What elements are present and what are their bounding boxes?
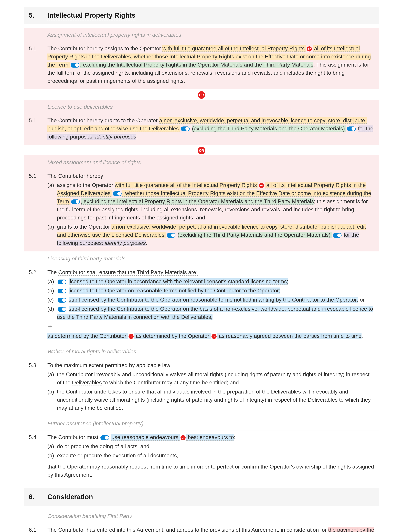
clause-5.2-d: (d) sub-licensed by the Contributor to t… [47,305,374,321]
toggle-option[interactable] [71,63,79,68]
exclusion-phrase[interactable]: (excluding the Third Party Materials and… [178,232,332,238]
toggle-option[interactable] [57,289,66,293]
exclusion-phrase[interactable]: , excluding the Intellectual Property Ri… [81,198,314,205]
section-5-header: 5. Intellectual Property Rights [24,7,379,24]
clause-5.2-num: 5.2 [29,268,47,341]
clause-6.1-text: The Contributor has entered into this Ag… [47,526,374,532]
or-badge[interactable]: or [181,435,186,440]
clause-5.1c-intro: The Contributor hereby: [47,172,374,180]
clause-6.1-num: 6.1 [29,526,47,532]
clause-5.2-c: (c) sub-licensed by the Contributor to t… [47,296,374,304]
clause-5.1a-title: Assignment of intellectual property righ… [24,28,379,42]
clause-5.1c-b: (b) grants to the Operator a non-exclusi… [47,223,374,247]
clause-5.1b: 5.1 The Contributor hereby grants to the… [24,114,379,145]
clause-5.1c-title: Mixed assignment and licence of rights [24,155,379,170]
clause-5.1c-num: 5.1 [29,172,47,248]
move-icon[interactable] [47,324,53,329]
toggle-option[interactable] [181,127,190,131]
clause-5.1c-a: (a) assigns to the Operator with full ti… [47,181,374,222]
toggle-option[interactable] [113,191,122,196]
clause-5.1c: 5.1 The Contributor hereby: (a) assigns … [24,170,379,251]
clause-5.4-a: (a) do or procure the doing of all acts;… [47,442,374,450]
deliverables-term: Deliverables [308,397,338,403]
clause-5.4: 5.4 The Contributor must use reasonable … [24,431,379,483]
or-badge-large[interactable]: OR [198,147,205,154]
section-6-header: 6. Consideration [24,488,379,506]
or-badge[interactable]: or [259,183,264,188]
clause-5.3-num: 5.3 [29,361,47,413]
toggle-option[interactable] [333,233,341,238]
clause-5.1b-num: 5.1 [29,116,47,142]
deliverables-term: Deliverables [72,380,102,386]
clause-5.3-intro: To the maximum extent permitted by appli… [47,361,374,369]
clause-5.3-a: (a) the Contributor irrevocably and unco… [47,370,374,386]
clause-5.4-title: Further assurance (intellectual property… [24,416,379,431]
clause-5.2-title: Licensing of third party materials [24,251,379,266]
or-divider: OR [24,89,379,100]
toggle-option[interactable] [167,233,176,238]
option-full-title[interactable]: with full title guarantee all of the Int… [115,182,258,189]
licence-option-c[interactable]: sub-licensed by the Contributor to the O… [69,297,358,303]
or-badge-large[interactable]: OR [198,91,205,99]
licence-option-d[interactable]: sub-licensed by the Contributor to the O… [57,306,373,320]
clause-5.3-title: Waiver of moral rights in deliverables [24,344,379,359]
option-all-its[interactable]: all of its Intellectual Property Rights [265,182,351,189]
section-5-num: 5. [29,10,47,20]
clause-5.1a-num: 5.1 [29,44,47,86]
reasonable-endeavours[interactable]: reasonable endeavours [122,434,180,440]
clause-5.4-intro: The Contributor must use reasonable ende… [47,433,374,441]
or-divider: OR [24,145,379,155]
toggle-option[interactable] [57,279,66,284]
exclusion-phrase[interactable]: , excluding the Intellectual Property Ri… [80,62,313,68]
clause-5.4-b: (b) execute or procure the execution of … [47,451,374,460]
best-endeavours[interactable]: best endeavours to [186,434,234,441]
or-badge[interactable]: or [307,46,312,51]
clause-5.2-b: (b) licensed to the Operator on reasonab… [47,286,374,295]
clause-5.4-tail: that the Operator may reasonably request… [47,462,374,479]
clause-5.1b-title: Licence to use deliverables [24,100,379,114]
clause-5.1b-text: The Contributor hereby grants to the Ope… [47,116,374,141]
determined-operator[interactable]: as determined by the Operator [134,333,211,339]
exclusion-phrase[interactable]: (excluding the Third Party Materials and… [192,126,346,132]
licence-option-b[interactable]: licensed to the Operator on reasonable t… [69,287,280,294]
reasonably-agreed[interactable]: as reasonably agreed between the parties… [217,333,361,339]
clause-5.3: 5.3 To the maximum extent permitted by a… [24,359,379,416]
section-5-title: Intellectual Property Rights [47,10,135,21]
clause-5.3-b: (b) the Contributor undertakes to ensure… [47,387,374,412]
deliverables-term: Deliverables [271,389,301,395]
clause-6.1: 6.1 The Contributor has entered into thi… [24,523,379,532]
clause-5.2-a: (a) licensed to the Operator in accordan… [47,277,374,285]
clause-5.2-intro: The Contributor shall ensure that the Th… [47,268,374,276]
clause-5.2-tail: as determined by the Contributor or as d… [47,332,374,340]
clause-6.1-title: Consideration benefiting First Party [24,509,379,523]
determined-contributor[interactable]: as determined by the Contributor [47,333,128,339]
section-6-title: Consideration [47,492,93,502]
toggle-option[interactable] [101,435,109,440]
clause-5.2: 5.2 The Contributor shall ensure that th… [24,266,379,344]
toggle-option[interactable] [57,307,66,312]
section-6-num: 6. [29,492,47,502]
option-full-title[interactable]: with full title guarantee all of the Int… [162,45,306,52]
toggle-option[interactable] [57,298,66,303]
or-badge[interactable]: or [212,334,217,339]
toggle-option[interactable] [347,127,356,131]
clause-5.1a-text: The Contributor hereby assigns to the Op… [47,44,374,85]
clause-5.4-num: 5.4 [29,433,47,480]
clause-5.1a: 5.1 The Contributor hereby assigns to th… [24,42,379,89]
or-badge[interactable]: or [128,334,134,339]
licence-option-a[interactable]: licensed to the Operator in accordance w… [69,278,288,285]
toggle-option[interactable] [71,199,80,204]
